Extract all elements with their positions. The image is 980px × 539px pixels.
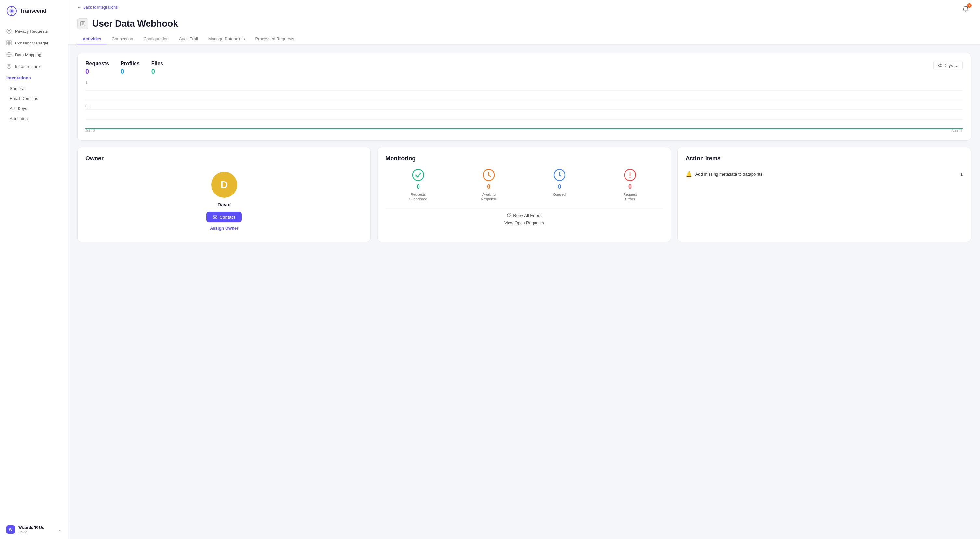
alert-circle-icon (624, 168, 636, 182)
clock-blue-icon (553, 168, 566, 182)
sidebar-item-email-domains[interactable]: Email Domains (0, 94, 68, 103)
metric-requests-value: 0 (86, 68, 109, 75)
retry-icon (507, 213, 511, 217)
monitor-succeeded-value: 0 (417, 184, 420, 190)
contact-button[interactable]: Contact (206, 212, 242, 222)
chart-period-selector[interactable]: 30 Days ⌄ (933, 61, 963, 70)
chart-x-label-start: Jul 13 (86, 128, 95, 133)
sidebar-item-label: Infrastructure (15, 64, 40, 69)
chart-x-label-end: Aug 11 (951, 128, 963, 133)
transcend-logo-icon (6, 6, 17, 16)
consent-manager-icon (6, 40, 12, 46)
sidebar-item-sombra[interactable]: Sombra (0, 84, 68, 94)
sidebar-footer-company: Wizards 'R Us (18, 525, 44, 530)
back-to-integrations-link[interactable]: ← Back to Integrations (77, 5, 118, 10)
monitor-item-errors: 0 RequestErrors (597, 168, 663, 201)
metric-profiles-value: 0 (121, 68, 140, 75)
main-content: ← Back to Integrations 2 (68, 0, 980, 539)
notification-button[interactable]: 2 (961, 4, 971, 14)
monitor-awaiting-label: AwaitingResponse (481, 192, 497, 201)
sidebar-logo: Transcend (0, 0, 68, 22)
main-content-area: Requests 0 Profiles 0 Files 0 30 Days ⌄ (68, 45, 980, 539)
owner-card: Owner D David Contact Assign Owner (77, 147, 371, 242)
tab-activities[interactable]: Activities (77, 34, 107, 44)
svg-point-7 (7, 29, 11, 33)
tab-audit-trail[interactable]: Audit Trail (174, 34, 203, 44)
metric-files-value: 0 (151, 68, 163, 75)
chart-area: 1 0.5 Jul 13 Aug 11 (86, 81, 963, 133)
data-mapping-icon (6, 52, 12, 57)
tab-connection[interactable]: Connection (107, 34, 138, 44)
metric-profiles-label: Profiles (121, 61, 140, 67)
sidebar-footer-info: W Wizards 'R Us David (6, 525, 44, 534)
svg-point-23 (413, 170, 424, 181)
page-title: ← Back to Integrations (77, 5, 118, 13)
assign-owner-link[interactable]: Assign Owner (210, 226, 238, 230)
sidebar-item-data-mapping[interactable]: Data Mapping (0, 49, 68, 60)
action-item-row[interactable]: 🔔 Add missing metadata to datapoints 1 (686, 168, 963, 180)
chart-header: Requests 0 Profiles 0 Files 0 30 Days ⌄ (86, 61, 963, 75)
chart-metrics: Requests 0 Profiles 0 Files 0 (86, 61, 163, 75)
svg-rect-9 (7, 41, 9, 43)
sidebar-item-infrastructure[interactable]: Infrastructure (0, 60, 68, 72)
monitor-item-awaiting: 0 AwaitingResponse (456, 168, 522, 201)
metric-requests-label: Requests (86, 61, 109, 67)
page-title-text: User Data Webhook (92, 19, 178, 29)
action-item-text: Add missing metadata to datapoints (695, 172, 763, 177)
header-right: 2 (961, 4, 971, 14)
svg-point-8 (8, 30, 10, 32)
metric-requests: Requests 0 (86, 61, 109, 75)
action-item-count: 1 (961, 172, 963, 177)
svg-rect-22 (213, 216, 217, 219)
monitor-queued-label: Queued (553, 192, 566, 197)
arrow-left-icon: ← (77, 5, 81, 10)
infrastructure-icon (6, 63, 12, 69)
retry-all-errors-button[interactable]: Retry All Errors (507, 213, 541, 218)
bottom-cards: Owner D David Contact Assign Owner (77, 147, 971, 242)
sidebar-item-integrations[interactable]: Integrations (0, 72, 68, 84)
tab-configuration[interactable]: Configuration (138, 34, 174, 44)
sidebar-item-label: Privacy Requests (15, 29, 48, 34)
monitor-queued-value: 0 (558, 184, 561, 190)
monitoring-card: Monitoring 0 RequestsSucceeded (377, 147, 671, 242)
sidebar-footer[interactable]: W Wizards 'R Us David ⌄ (0, 520, 68, 539)
chart-line-svg (86, 81, 963, 133)
tab-manage-datapoints[interactable]: Manage Datapoints (203, 34, 250, 44)
monitoring-grid: 0 RequestsSucceeded 0 AwaitingResponse (385, 168, 663, 201)
monitor-item-queued: 0 Queued (527, 168, 592, 201)
metric-files-label: Files (151, 61, 163, 67)
page-title-icon (77, 18, 88, 29)
tab-processed-requests[interactable]: Processed Requests (250, 34, 299, 44)
sidebar: Transcend Privacy Requests Consent Manag… (0, 0, 68, 539)
action-items-title: Action Items (686, 155, 963, 162)
webhook-icon (80, 21, 86, 27)
privacy-requests-icon (6, 29, 12, 34)
sidebar-item-consent-manager[interactable]: Consent Manager (0, 37, 68, 49)
monitoring-card-title: Monitoring (385, 155, 663, 162)
sidebar-item-attributes[interactable]: Attributes (0, 114, 68, 124)
sidebar-item-label: API Keys (10, 106, 27, 111)
metric-profiles: Profiles 0 (121, 61, 140, 75)
svg-rect-10 (10, 41, 11, 43)
svg-point-2 (11, 10, 13, 12)
monitor-succeeded-label: RequestsSucceeded (409, 192, 427, 201)
sidebar-logo-text: Transcend (20, 8, 46, 14)
svg-rect-12 (10, 43, 11, 45)
check-circle-icon (412, 168, 425, 182)
sidebar-item-privacy-requests[interactable]: Privacy Requests (0, 25, 68, 37)
monitoring-actions: Retry All Errors View Open Requests (385, 208, 663, 225)
chevron-down-icon: ⌄ (955, 63, 959, 68)
sidebar-item-label: Data Mapping (15, 52, 41, 57)
retry-all-errors-label: Retry All Errors (513, 213, 541, 218)
sidebar-item-label: Consent Manager (15, 41, 48, 46)
svg-point-28 (629, 177, 630, 178)
sidebar-item-api-keys[interactable]: API Keys (0, 103, 68, 114)
owner-name: David (217, 201, 231, 207)
bell-action-icon: 🔔 (686, 171, 692, 177)
chart-period-label: 30 Days (937, 63, 953, 68)
view-open-requests-link[interactable]: View Open Requests (504, 220, 544, 225)
page-header: ← Back to Integrations 2 (68, 0, 980, 45)
sidebar-nav: Privacy Requests Consent Manager Data Ma… (0, 22, 68, 520)
owner-card-title: Owner (86, 155, 363, 162)
monitor-errors-label: RequestErrors (623, 192, 636, 201)
